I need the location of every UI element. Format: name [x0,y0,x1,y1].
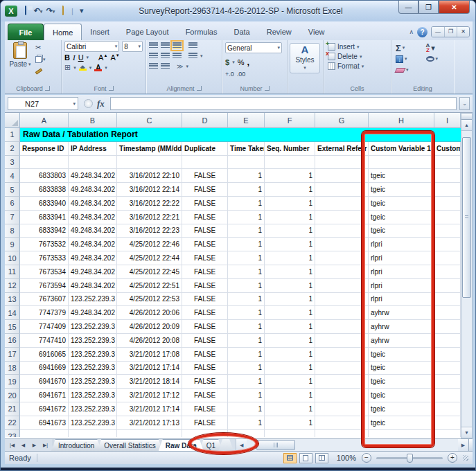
cell[interactable]: 7673607 [20,293,69,307]
cell[interactable]: 1 [265,389,315,402]
autosum-button[interactable]: Σ▾ [396,43,421,53]
close-button[interactable]: ✕ [439,1,470,14]
cell[interactable]: Duplicate [182,142,228,156]
decrease-decimal-button[interactable]: .00 [237,71,246,78]
cell[interactable]: 3/16/2012 22:23 [117,224,182,238]
align-bottom-icon[interactable] [173,42,182,49]
align-left-icon[interactable] [149,53,158,60]
zoom-in-button[interactable]: + [448,453,457,463]
delete-cells-button[interactable]: Delete▾ [328,53,387,60]
undo-button[interactable]: ↶▾ [33,6,43,17]
cell[interactable] [315,224,369,238]
sheet-tab-introduction[interactable]: Introduction [51,439,101,451]
cell[interactable]: Response ID [20,142,69,156]
cell[interactable]: 49.248.34.202 [69,169,117,183]
cell[interactable]: 49.248.34.202 [69,197,117,211]
cell[interactable] [434,375,461,389]
cell[interactable]: 1 [265,211,315,224]
cell[interactable] [434,211,461,224]
minimize-ribbon-icon[interactable]: ∧ [409,28,414,35]
cell[interactable]: FALSE [182,348,228,362]
cell[interactable] [434,334,461,348]
tab-split-handle[interactable] [468,439,473,451]
cell[interactable] [315,169,369,183]
scroll-down-arrow[interactable]: ▼ [461,427,472,438]
column-header-A[interactable]: A [20,113,69,128]
cell[interactable] [228,156,265,170]
cell[interactable] [434,251,461,265]
cell[interactable]: 1 [265,169,315,183]
cell[interactable] [315,416,369,430]
font-size-select[interactable]: 8▾ [122,41,143,52]
number-format-select[interactable]: General▾ [225,42,282,53]
cell[interactable]: 1 [228,348,265,362]
clear-button[interactable]: ▾ [396,65,421,75]
column-header-H[interactable]: H [369,113,434,128]
cell[interactable] [434,169,461,183]
cell[interactable]: 123.252.239.3 [69,375,117,389]
decrease-indent-icon[interactable] [149,63,158,70]
row-header-5[interactable]: 5 [5,183,20,197]
cell[interactable]: FALSE [182,238,228,251]
column-header-D[interactable]: D [182,113,228,128]
cell[interactable]: 7673534 [20,265,69,279]
cell[interactable]: 1 [265,265,315,279]
ribbon-tab-file[interactable]: File [8,24,44,40]
cell[interactable] [69,156,117,170]
find-select-button[interactable]: ▾ [426,54,450,64]
cell[interactable] [315,238,369,251]
cell[interactable] [315,362,369,375]
cell[interactable]: 49.248.34.202 [69,279,117,293]
cell[interactable]: 1 [228,362,265,375]
workbook-restore-button[interactable]: ❐ [444,27,457,37]
cell[interactable]: 1 [265,362,315,375]
row-header-2[interactable]: 2 [5,142,20,156]
prev-sheet-button[interactable]: ◀ [18,443,28,448]
ribbon-tab-page-layout[interactable]: Page Layout [118,24,177,40]
cell[interactable]: 1 [265,224,315,238]
ribbon-tab-view[interactable]: View [300,24,333,40]
cell[interactable]: 1 [228,183,265,197]
cell[interactable]: 4/26/2012 20:06 [117,306,182,320]
cell[interactable]: 123.252.239.3 [69,416,117,430]
expand-formula-bar-button[interactable]: ⌄ [459,97,470,110]
cell[interactable]: 123.252.239.3 [69,320,117,334]
workbook-close-button[interactable]: ✕ [457,27,469,37]
ribbon-tab-review[interactable]: Review [258,24,300,40]
cell[interactable]: FALSE [182,416,228,430]
column-header-F[interactable]: F [265,113,315,128]
scroll-up-arrow[interactable]: ▲ [461,120,472,131]
cell[interactable]: 1 [228,224,265,238]
cell[interactable]: 1 [265,183,315,197]
currency-button[interactable]: $ [225,58,229,66]
row-header-19[interactable]: 19 [5,375,20,389]
cell[interactable] [434,402,461,416]
column-header-B[interactable]: B [69,113,117,128]
cell[interactable] [434,224,461,238]
cell[interactable]: 6833838 [20,183,69,197]
row-header-15[interactable]: 15 [5,320,20,334]
cell[interactable]: 3/16/2012 22:21 [117,211,182,224]
normal-view-button[interactable] [283,453,297,463]
page-layout-view-button[interactable] [299,453,312,463]
select-all-corner[interactable] [5,113,20,128]
fill-button[interactable]: ↓▾ [396,54,421,64]
cell[interactable]: Timestamp (MM/dd [117,142,182,156]
format-cells-button[interactable]: Format▾ [328,62,387,70]
cell[interactable] [434,306,461,320]
cell[interactable]: 4/25/2012 22:46 [117,238,182,251]
cell[interactable] [434,416,461,430]
horizontal-scroll-thumb[interactable] [256,440,295,450]
vertical-scroll-thumb[interactable] [462,137,471,298]
cell[interactable]: 123.252.239.3 [69,402,117,416]
cell[interactable]: 1 [228,320,265,334]
borders-button[interactable]: ⊞ [64,63,71,72]
cell[interactable]: 3/16/2012 22:22 [117,197,182,211]
row-header-11[interactable]: 11 [5,265,20,279]
cell[interactable]: 3/16/2012 22:10 [117,169,182,183]
cell[interactable]: FALSE [182,251,228,265]
cell[interactable]: FALSE [182,293,228,307]
cell[interactable]: 1 [265,375,315,389]
row-header-18[interactable]: 18 [5,362,20,375]
row-header-23[interactable]: 23 [5,430,20,437]
